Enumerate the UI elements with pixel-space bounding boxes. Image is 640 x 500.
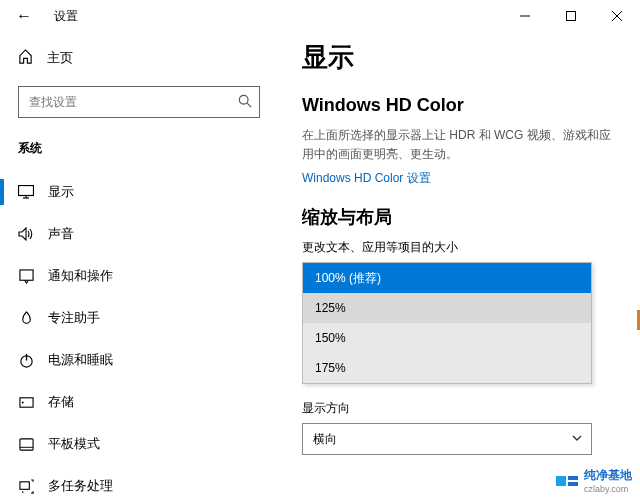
sidebar: 主页 系统 显示 声音 通知和操作 专注助手 电源和睡眠 存储 (0, 32, 280, 500)
sidebar-item-tablet[interactable]: 平板模式 (0, 423, 280, 465)
svg-rect-1 (567, 12, 576, 21)
sidebar-item-label: 显示 (48, 183, 74, 201)
multitask-icon (18, 479, 34, 494)
scale-layout-heading: 缩放与布局 (302, 205, 612, 229)
svg-line-5 (247, 103, 251, 107)
maximize-button[interactable] (548, 0, 594, 32)
category-label: 系统 (0, 132, 280, 171)
watermark-logo (556, 476, 578, 486)
scale-option-150[interactable]: 150% (303, 323, 591, 353)
svg-rect-14 (19, 438, 32, 449)
hd-color-heading: Windows HD Color (302, 95, 612, 116)
sidebar-item-sound[interactable]: 声音 (0, 213, 280, 255)
hd-color-desc: 在上面所选择的显示器上让 HDR 和 WCG 视频、游戏和应用中的画面更明亮、更… (302, 126, 612, 164)
title-bar: ← 设置 (0, 0, 640, 32)
notifications-icon (18, 269, 34, 284)
sidebar-item-label: 电源和睡眠 (48, 351, 113, 369)
scale-label: 更改文本、应用等项目的大小 (302, 239, 612, 256)
svg-point-4 (239, 95, 248, 104)
orientation-label: 显示方向 (302, 400, 612, 417)
scale-option-175[interactable]: 175% (303, 353, 591, 383)
sidebar-item-label: 平板模式 (48, 435, 100, 453)
home-link[interactable]: 主页 (0, 38, 280, 78)
sidebar-item-label: 存储 (48, 393, 74, 411)
page-title: 显示 (302, 40, 612, 75)
sidebar-item-label: 多任务处理 (48, 477, 113, 495)
close-button[interactable] (594, 0, 640, 32)
focus-assist-icon (18, 311, 34, 326)
sidebar-item-focus-assist[interactable]: 专注助手 (0, 297, 280, 339)
home-label: 主页 (47, 49, 73, 67)
sidebar-item-label: 声音 (48, 225, 74, 243)
sidebar-item-multitask[interactable]: 多任务处理 (0, 465, 280, 500)
scale-option-100[interactable]: 100% (推荐) (303, 263, 591, 293)
sound-icon (18, 227, 34, 241)
svg-rect-9 (19, 269, 32, 279)
home-icon (18, 49, 33, 67)
minimize-button[interactable] (502, 0, 548, 32)
scale-dropdown[interactable]: 100% (推荐) 125% 150% 175% (302, 262, 592, 384)
storage-icon (18, 395, 34, 410)
watermark: 纯净基地 czlaby.com (556, 467, 632, 494)
sidebar-item-label: 通知和操作 (48, 267, 113, 285)
search-input[interactable] (18, 86, 260, 118)
back-button[interactable]: ← (0, 7, 48, 25)
scale-option-125[interactable]: 125% (303, 293, 591, 323)
scale-dropdown-list: 100% (推荐) 125% 150% 175% (302, 262, 592, 384)
orientation-value: 横向 (313, 431, 337, 448)
sidebar-item-notifications[interactable]: 通知和操作 (0, 255, 280, 297)
window-controls (502, 0, 640, 32)
power-icon (18, 353, 34, 368)
window-title: 设置 (48, 8, 78, 25)
svg-rect-6 (19, 186, 34, 196)
svg-rect-16 (19, 481, 28, 489)
sidebar-item-label: 专注助手 (48, 309, 100, 327)
watermark-text: 纯净基地 czlaby.com (584, 467, 632, 494)
hd-color-link[interactable]: Windows HD Color 设置 (302, 170, 612, 187)
chevron-down-icon (571, 432, 583, 447)
sidebar-item-display[interactable]: 显示 (0, 171, 280, 213)
search-icon (238, 94, 252, 112)
sidebar-item-storage[interactable]: 存储 (0, 381, 280, 423)
tablet-icon (18, 437, 34, 452)
main-panel: 显示 Windows HD Color 在上面所选择的显示器上让 HDR 和 W… (280, 32, 640, 500)
orientation-select[interactable]: 横向 (302, 423, 592, 455)
sidebar-item-power[interactable]: 电源和睡眠 (0, 339, 280, 381)
svg-point-13 (21, 401, 23, 403)
display-icon (18, 185, 34, 199)
